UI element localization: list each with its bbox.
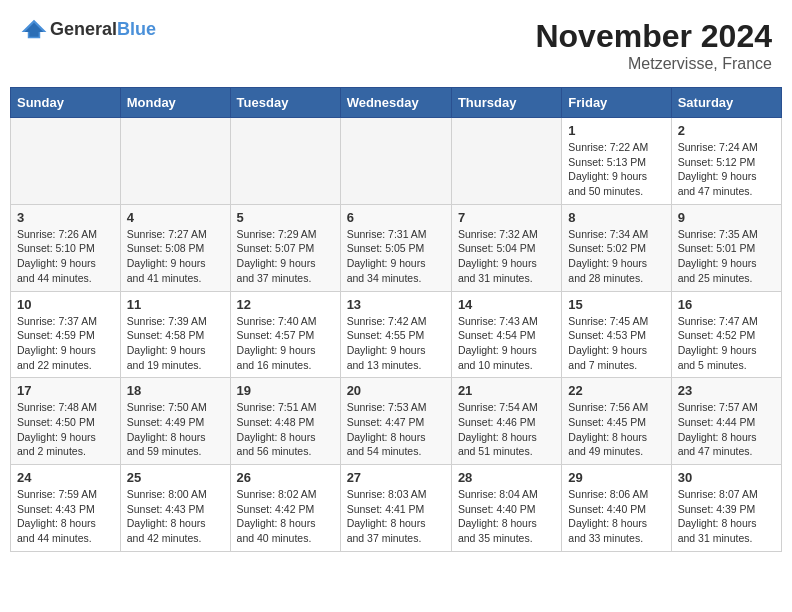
- day-cell: 24Sunrise: 7:59 AMSunset: 4:43 PMDayligh…: [11, 465, 121, 552]
- day-info: Sunrise: 7:53 AMSunset: 4:47 PMDaylight:…: [347, 400, 445, 459]
- day-number: 22: [568, 383, 664, 398]
- day-info: Sunrise: 7:29 AMSunset: 5:07 PMDaylight:…: [237, 227, 334, 286]
- day-number: 12: [237, 297, 334, 312]
- day-cell: 21Sunrise: 7:54 AMSunset: 4:46 PMDayligh…: [451, 378, 561, 465]
- day-info: Sunrise: 8:06 AMSunset: 4:40 PMDaylight:…: [568, 487, 664, 546]
- day-number: 20: [347, 383, 445, 398]
- day-info: Sunrise: 7:48 AMSunset: 4:50 PMDaylight:…: [17, 400, 114, 459]
- day-cell: 4Sunrise: 7:27 AMSunset: 5:08 PMDaylight…: [120, 204, 230, 291]
- week-row-5: 24Sunrise: 7:59 AMSunset: 4:43 PMDayligh…: [11, 465, 782, 552]
- day-number: 2: [678, 123, 775, 138]
- day-info: Sunrise: 7:56 AMSunset: 4:45 PMDaylight:…: [568, 400, 664, 459]
- calendar-table: SundayMondayTuesdayWednesdayThursdayFrid…: [10, 87, 782, 552]
- day-cell: [120, 118, 230, 205]
- day-info: Sunrise: 8:07 AMSunset: 4:39 PMDaylight:…: [678, 487, 775, 546]
- day-info: Sunrise: 7:47 AMSunset: 4:52 PMDaylight:…: [678, 314, 775, 373]
- day-number: 1: [568, 123, 664, 138]
- day-cell: 29Sunrise: 8:06 AMSunset: 4:40 PMDayligh…: [562, 465, 671, 552]
- day-cell: 11Sunrise: 7:39 AMSunset: 4:58 PMDayligh…: [120, 291, 230, 378]
- day-number: 29: [568, 470, 664, 485]
- day-info: Sunrise: 8:02 AMSunset: 4:42 PMDaylight:…: [237, 487, 334, 546]
- day-cell: 15Sunrise: 7:45 AMSunset: 4:53 PMDayligh…: [562, 291, 671, 378]
- day-info: Sunrise: 7:24 AMSunset: 5:12 PMDaylight:…: [678, 140, 775, 199]
- day-info: Sunrise: 7:54 AMSunset: 4:46 PMDaylight:…: [458, 400, 555, 459]
- weekday-header-friday: Friday: [562, 88, 671, 118]
- week-row-2: 3Sunrise: 7:26 AMSunset: 5:10 PMDaylight…: [11, 204, 782, 291]
- day-number: 17: [17, 383, 114, 398]
- day-number: 26: [237, 470, 334, 485]
- day-number: 7: [458, 210, 555, 225]
- week-row-1: 1Sunrise: 7:22 AMSunset: 5:13 PMDaylight…: [11, 118, 782, 205]
- page-header: GeneralBlue November 2024 Metzervisse, F…: [10, 10, 782, 81]
- day-number: 25: [127, 470, 224, 485]
- day-number: 10: [17, 297, 114, 312]
- day-info: Sunrise: 7:27 AMSunset: 5:08 PMDaylight:…: [127, 227, 224, 286]
- weekday-header-sunday: Sunday: [11, 88, 121, 118]
- day-cell: 23Sunrise: 7:57 AMSunset: 4:44 PMDayligh…: [671, 378, 781, 465]
- day-cell: 28Sunrise: 8:04 AMSunset: 4:40 PMDayligh…: [451, 465, 561, 552]
- week-row-4: 17Sunrise: 7:48 AMSunset: 4:50 PMDayligh…: [11, 378, 782, 465]
- day-cell: 5Sunrise: 7:29 AMSunset: 5:07 PMDaylight…: [230, 204, 340, 291]
- day-info: Sunrise: 7:22 AMSunset: 5:13 PMDaylight:…: [568, 140, 664, 199]
- day-number: 21: [458, 383, 555, 398]
- day-cell: 13Sunrise: 7:42 AMSunset: 4:55 PMDayligh…: [340, 291, 451, 378]
- logo: GeneralBlue: [20, 18, 156, 40]
- title-block: November 2024 Metzervisse, France: [535, 18, 772, 73]
- day-info: Sunrise: 7:45 AMSunset: 4:53 PMDaylight:…: [568, 314, 664, 373]
- day-number: 14: [458, 297, 555, 312]
- day-number: 11: [127, 297, 224, 312]
- day-info: Sunrise: 8:03 AMSunset: 4:41 PMDaylight:…: [347, 487, 445, 546]
- day-info: Sunrise: 7:51 AMSunset: 4:48 PMDaylight:…: [237, 400, 334, 459]
- day-info: Sunrise: 7:40 AMSunset: 4:57 PMDaylight:…: [237, 314, 334, 373]
- day-number: 16: [678, 297, 775, 312]
- weekday-header-monday: Monday: [120, 88, 230, 118]
- day-info: Sunrise: 7:42 AMSunset: 4:55 PMDaylight:…: [347, 314, 445, 373]
- day-cell: 2Sunrise: 7:24 AMSunset: 5:12 PMDaylight…: [671, 118, 781, 205]
- day-number: 5: [237, 210, 334, 225]
- day-number: 3: [17, 210, 114, 225]
- logo-general: GeneralBlue: [50, 19, 156, 40]
- day-cell: 30Sunrise: 8:07 AMSunset: 4:39 PMDayligh…: [671, 465, 781, 552]
- day-info: Sunrise: 7:57 AMSunset: 4:44 PMDaylight:…: [678, 400, 775, 459]
- day-cell: 7Sunrise: 7:32 AMSunset: 5:04 PMDaylight…: [451, 204, 561, 291]
- day-cell: [340, 118, 451, 205]
- day-info: Sunrise: 7:50 AMSunset: 4:49 PMDaylight:…: [127, 400, 224, 459]
- day-number: 9: [678, 210, 775, 225]
- day-cell: 20Sunrise: 7:53 AMSunset: 4:47 PMDayligh…: [340, 378, 451, 465]
- day-number: 13: [347, 297, 445, 312]
- day-cell: 18Sunrise: 7:50 AMSunset: 4:49 PMDayligh…: [120, 378, 230, 465]
- day-cell: [230, 118, 340, 205]
- location-title: Metzervisse, France: [535, 55, 772, 73]
- day-info: Sunrise: 7:39 AMSunset: 4:58 PMDaylight:…: [127, 314, 224, 373]
- day-number: 24: [17, 470, 114, 485]
- day-number: 15: [568, 297, 664, 312]
- day-cell: 16Sunrise: 7:47 AMSunset: 4:52 PMDayligh…: [671, 291, 781, 378]
- day-number: 8: [568, 210, 664, 225]
- day-number: 27: [347, 470, 445, 485]
- day-number: 23: [678, 383, 775, 398]
- day-info: Sunrise: 7:32 AMSunset: 5:04 PMDaylight:…: [458, 227, 555, 286]
- svg-marker-1: [25, 23, 44, 37]
- day-info: Sunrise: 8:00 AMSunset: 4:43 PMDaylight:…: [127, 487, 224, 546]
- day-number: 30: [678, 470, 775, 485]
- day-info: Sunrise: 7:59 AMSunset: 4:43 PMDaylight:…: [17, 487, 114, 546]
- week-row-3: 10Sunrise: 7:37 AMSunset: 4:59 PMDayligh…: [11, 291, 782, 378]
- weekday-header-tuesday: Tuesday: [230, 88, 340, 118]
- day-number: 28: [458, 470, 555, 485]
- day-info: Sunrise: 7:37 AMSunset: 4:59 PMDaylight:…: [17, 314, 114, 373]
- day-info: Sunrise: 7:26 AMSunset: 5:10 PMDaylight:…: [17, 227, 114, 286]
- day-cell: 26Sunrise: 8:02 AMSunset: 4:42 PMDayligh…: [230, 465, 340, 552]
- day-info: Sunrise: 7:43 AMSunset: 4:54 PMDaylight:…: [458, 314, 555, 373]
- weekday-header-saturday: Saturday: [671, 88, 781, 118]
- day-info: Sunrise: 7:31 AMSunset: 5:05 PMDaylight:…: [347, 227, 445, 286]
- day-cell: 12Sunrise: 7:40 AMSunset: 4:57 PMDayligh…: [230, 291, 340, 378]
- day-cell: 10Sunrise: 7:37 AMSunset: 4:59 PMDayligh…: [11, 291, 121, 378]
- day-cell: [11, 118, 121, 205]
- logo-icon: [20, 18, 48, 40]
- day-cell: 9Sunrise: 7:35 AMSunset: 5:01 PMDaylight…: [671, 204, 781, 291]
- day-cell: 6Sunrise: 7:31 AMSunset: 5:05 PMDaylight…: [340, 204, 451, 291]
- day-info: Sunrise: 7:35 AMSunset: 5:01 PMDaylight:…: [678, 227, 775, 286]
- day-number: 4: [127, 210, 224, 225]
- weekday-header-thursday: Thursday: [451, 88, 561, 118]
- day-number: 18: [127, 383, 224, 398]
